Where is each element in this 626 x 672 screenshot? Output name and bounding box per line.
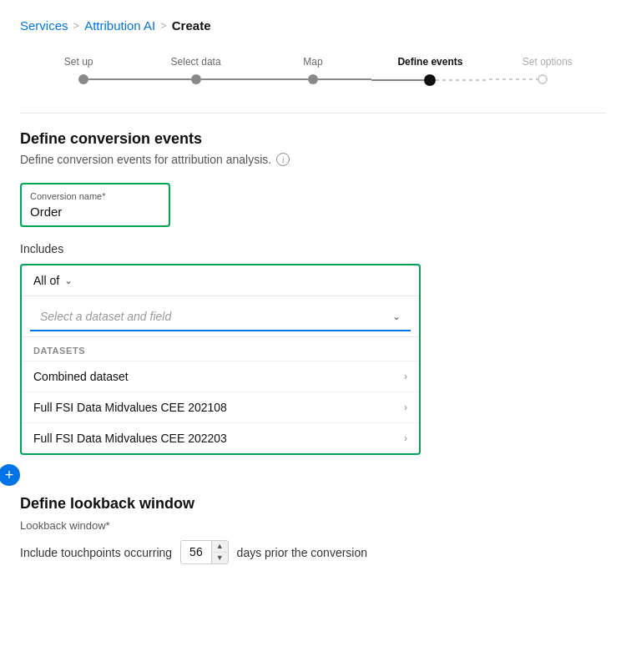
breadcrumb-attribution[interactable]: Attribution AI [84,18,155,33]
stepper-up-button[interactable]: ▲ [212,541,228,553]
step-line-2a [137,78,190,80]
step-map-dot [308,74,318,84]
lookback-days-value: 56 [181,541,212,563]
dataset-item-fsi-202203[interactable]: Full FSI Data Midvalues CEE 202203 › [22,422,419,453]
all-of-row[interactable]: All of ⌄ [22,265,419,296]
step-map: Map [255,56,371,84]
dataset-item-fsi-202108-chevron-icon: › [404,402,407,413]
all-of-chevron-down-icon: ⌄ [64,275,73,286]
dataset-selector-row[interactable]: Select a dataset and field ⌄ [30,303,411,331]
conversion-name-field-group: Conversion name* Order [20,183,606,227]
stepper-buttons[interactable]: ▲ ▼ [212,541,228,563]
step-set-options: Set options [489,56,606,84]
breadcrumb-services[interactable]: Services [20,18,68,33]
lookback-title: Define lookback window [20,495,606,513]
step-set-options-label: Set options [523,56,573,68]
dataset-selector-placeholder: Select a dataset and field [40,310,392,323]
step-line-3a [255,78,308,80]
step-line-3b [318,78,371,80]
breadcrumb-current: Create [172,18,211,33]
step-define-events-label: Define events [397,56,462,68]
conversion-name-box[interactable]: Conversion name* Order [20,183,170,227]
datasets-panel: DATASETS Combined dataset › Full FSI Dat… [22,336,419,453]
selector-chevron-down-icon: ⌄ [392,311,401,322]
step-define-events-dot [424,74,436,86]
info-icon[interactable]: i [276,153,290,166]
datasets-header: DATASETS [22,337,419,361]
dataset-item-fsi-202108[interactable]: Full FSI Data Midvalues CEE 202108 › [22,392,419,422]
section-title: Define conversion events [20,130,606,148]
step-map-label: Map [303,56,322,68]
step-line-2b [201,78,255,80]
section-desc-text: Define conversion events for attribution… [20,153,271,166]
lookback-section: Define lookback window Lookback window* … [20,495,606,564]
lookback-stepper[interactable]: 56 ▲ ▼ [180,540,229,564]
step-define-events: Define events [371,56,488,86]
step-set-options-dot [538,74,548,84]
dataset-item-combined-chevron-icon: › [404,371,407,382]
breadcrumb-sep2: > [160,19,167,32]
step-setup: Set up [20,56,137,84]
stepper-down-button[interactable]: ▼ [212,553,228,563]
lookback-row: Include touchpoints occurring 56 ▲ ▼ day… [20,540,606,564]
lookback-row-prefix: Include touchpoints occurring [20,546,172,559]
all-of-text: All of [33,274,59,287]
conversion-name-label: Conversion name* [30,191,160,201]
conversion-name-value: Order [30,205,160,219]
main-content: Define conversion events Define conversi… [0,106,626,584]
step-select-data: Select data [137,56,254,84]
breadcrumb-sep1: > [73,19,80,32]
dataset-item-fsi-202108-label: Full FSI Data Midvalues CEE 202108 [33,401,227,414]
add-condition-button[interactable]: + [0,464,20,486]
progress-stepper: Set up Select data Map [0,48,626,106]
breadcrumb: Services > Attribution AI > Create [0,0,626,48]
includes-dropdown-outer: All of ⌄ Select a dataset and field ⌄ DA… [20,264,421,455]
step-line-1 [88,78,137,80]
step-select-data-label: Select data [171,56,221,68]
step-setup-label: Set up [64,56,93,68]
dataset-item-fsi-202203-label: Full FSI Data Midvalues CEE 202203 [33,432,227,445]
step-line-5a [489,78,538,80]
lookback-row-suffix: days prior the conversion [237,546,367,559]
section-description: Define conversion events for attribution… [20,153,606,166]
lookback-field-label: Lookback window* [20,519,606,532]
dataset-item-fsi-202203-chevron-icon: › [404,432,407,444]
dataset-item-combined-label: Combined dataset [33,370,129,383]
step-setup-dot [78,74,88,84]
step-select-data-dot [191,74,201,84]
step-line-4a [371,79,424,81]
dataset-item-combined[interactable]: Combined dataset › [22,361,419,392]
includes-label: Includes [20,242,606,255]
step-line-4b [436,79,488,81]
